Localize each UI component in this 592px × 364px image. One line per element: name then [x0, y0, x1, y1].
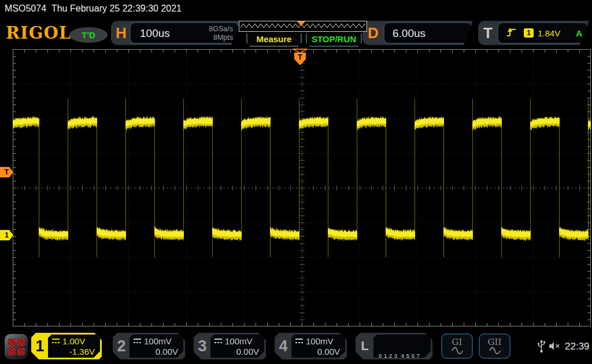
trigger-source-badge: 1	[524, 28, 534, 38]
rising-edge-trigger-icon	[506, 27, 517, 38]
channel-2-block[interactable]: 2 100mV 0.00V	[113, 333, 185, 359]
stop-run-label: STOP/RUN	[312, 34, 356, 44]
channel-4-offset: 0.00V	[317, 347, 340, 356]
trigger-delay-block[interactable]: D 6.00us	[362, 21, 474, 45]
channel-1-offset: -1.36V	[69, 347, 95, 356]
trigger-level-value: 1.84V	[538, 28, 560, 38]
channel-1-panel: 1.00V -1.36V	[48, 335, 100, 358]
waveform-canvas[interactable]	[13, 49, 591, 326]
memory-depth: 8Mpts	[209, 34, 233, 42]
channel-2-number: 2	[113, 333, 130, 359]
channel-1-number: 1	[31, 333, 49, 359]
trigger-position-marker[interactable]: T	[293, 49, 308, 66]
generator-1-button[interactable]: GI	[441, 333, 473, 359]
timebase-panel[interactable]: 100us 8GSa/s 8Mpts	[130, 22, 239, 44]
channel-3-number: 3	[194, 333, 211, 359]
trigger-level-marker[interactable]: T	[0, 167, 13, 177]
dc-coupling-icon	[295, 339, 303, 344]
channel-3-block[interactable]: 3 100mV 0.00V	[194, 333, 266, 359]
h-block-label: H	[116, 21, 127, 45]
channel-2-scale: 100mV	[144, 336, 172, 346]
channel-1-block[interactable]: 1 1.00V -1.36V	[31, 333, 102, 359]
clock-text: 22:39	[565, 341, 590, 352]
status-bar: MSO5074 Thu February 25 22:39:30 2021	[5, 3, 182, 16]
grid-menu-icon	[8, 339, 25, 355]
model-name: MSO5074	[5, 3, 46, 13]
channel-3-scale: 100mV	[225, 336, 253, 346]
logic-block-label: L	[356, 333, 374, 359]
waveform-overview-bar[interactable]	[239, 21, 367, 32]
trigger-panel[interactable]: 1 1.84V A	[497, 22, 589, 44]
channel-4-scale: 100mV	[306, 336, 334, 346]
trigger-position-flag-icon: T	[294, 53, 306, 65]
generator-1-label: GI	[452, 338, 462, 347]
logic-channels-block[interactable]: L 0 1 2 3 4 5 6 7 8 9 1011 12131415	[356, 333, 432, 359]
sample-rate: 8GSa/s	[209, 25, 233, 34]
datetime-text: Thu February 25 22:39:30 2021	[51, 3, 182, 13]
generator-2-label: GII	[488, 338, 502, 347]
stop-run-button[interactable]: STOP/RUN	[306, 31, 362, 47]
d-block-label: D	[368, 21, 379, 45]
delay-value: 6.00us	[393, 27, 426, 40]
channel-1-scale: 1.00V	[62, 336, 85, 346]
measure-button[interactable]: Measure	[246, 31, 302, 47]
logic-channels-panel: 0 1 2 3 4 5 6 7 8 9 1011 12131415	[373, 335, 431, 358]
t-block-label: T	[483, 21, 493, 45]
menu-square	[17, 339, 25, 346]
menu-square	[8, 348, 16, 355]
horizontal-timebase-block[interactable]: H 100us 8GSa/s 8Mpts	[111, 21, 242, 45]
channel-4-panel: 100mV 0.00V	[291, 335, 345, 358]
timebase-value: 100us	[140, 27, 170, 40]
sine-wave-icon	[451, 347, 464, 354]
statusbar-gap	[46, 3, 51, 13]
logic-row-1: 0 1 2 3 4 5 6 7	[379, 352, 431, 359]
generator-2-button[interactable]: GII	[479, 333, 510, 359]
measure-button-label: Measure	[257, 34, 292, 44]
channel-3-offset: 0.00V	[236, 347, 259, 356]
usb-icon	[536, 340, 546, 353]
menu-square	[17, 348, 25, 355]
channel-2-panel: 100mV 0.00V	[130, 335, 183, 358]
dc-coupling-icon	[134, 339, 141, 344]
oscilloscope-screen: MSO5074 Thu February 25 22:39:30 2021 RI…	[0, 0, 592, 364]
dc-coupling-icon	[214, 339, 222, 344]
rigol-logo: RIGOL	[6, 23, 71, 43]
trigger-block[interactable]: T 1 1.84V A	[478, 21, 590, 45]
grid-menu-button[interactable]	[5, 334, 28, 359]
trigger-sweep-mode: A	[576, 28, 582, 38]
sine-wave-icon	[489, 347, 501, 354]
channel-2-offset: 0.00V	[156, 347, 178, 356]
acquisition-info: 8GSa/s 8Mpts	[209, 25, 233, 42]
channel-3-panel: 100mV 0.00V	[210, 335, 264, 358]
trigger-status-badge: T'D	[69, 27, 108, 43]
dc-coupling-icon	[52, 339, 60, 344]
menu-square	[8, 339, 16, 346]
channel-1-zero-marker[interactable]: 1	[0, 230, 13, 240]
channel-4-number: 4	[275, 333, 292, 359]
delay-panel[interactable]: 6.00us	[383, 22, 472, 44]
speaker-muted-icon[interactable]	[548, 341, 562, 351]
trigger-status-text: T'D	[82, 30, 95, 40]
channel-4-block[interactable]: 4 100mV 0.00V	[275, 333, 347, 359]
